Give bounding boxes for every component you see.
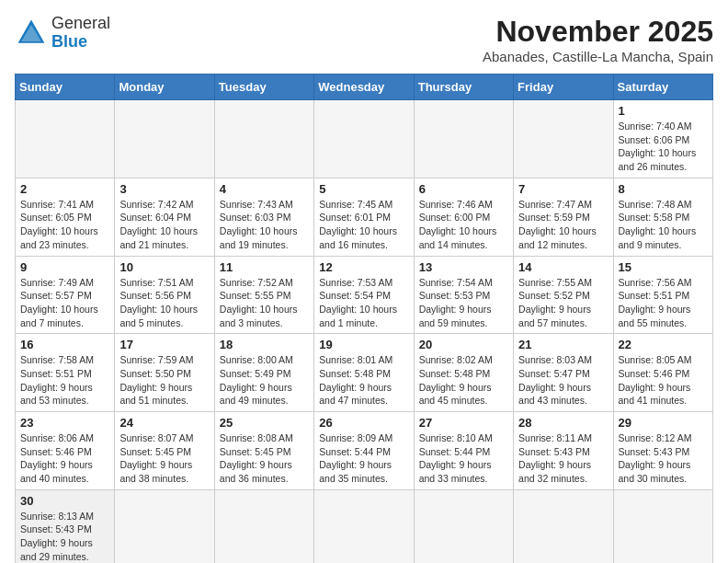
calendar-day-cell: 20Sunrise: 8:02 AMSunset: 5:48 PMDayligh… [414, 334, 513, 412]
day-info: Sunrise: 8:08 AMSunset: 5:45 PMDaylight:… [220, 431, 309, 486]
day-info: Sunrise: 8:03 AMSunset: 5:47 PMDaylight:… [518, 353, 608, 408]
day-number: 8 [619, 182, 708, 196]
calendar-day-cell: 11Sunrise: 7:52 AMSunset: 5:55 PMDayligh… [214, 256, 313, 334]
calendar-day-cell: 19Sunrise: 8:01 AMSunset: 5:48 PMDayligh… [314, 334, 414, 412]
weekday-header-row: SundayMondayTuesdayWednesdayThursdayFrid… [16, 75, 713, 100]
day-info: Sunrise: 8:11 AMSunset: 5:43 PMDaylight:… [518, 431, 608, 486]
calendar-day-cell: 15Sunrise: 7:56 AMSunset: 5:51 PMDayligh… [613, 256, 712, 334]
location-subtitle: Abanades, Castille-La Mancha, Spain [483, 49, 713, 64]
day-info: Sunrise: 7:47 AMSunset: 5:59 PMDaylight:… [518, 198, 608, 252]
calendar-table: SundayMondayTuesdayWednesdayThursdayFrid… [15, 74, 713, 563]
day-number: 9 [20, 260, 109, 274]
day-number: 1 [619, 104, 708, 118]
day-number: 20 [419, 338, 508, 351]
weekday-header-friday: Friday [514, 75, 613, 100]
weekday-header-thursday: Thursday [414, 75, 513, 100]
calendar-day-cell [115, 100, 214, 178]
day-info: Sunrise: 8:00 AMSunset: 5:49 PMDaylight:… [220, 353, 309, 408]
day-number: 14 [518, 260, 608, 274]
weekday-header-wednesday: Wednesday [314, 75, 414, 100]
day-info: Sunrise: 7:52 AMSunset: 5:55 PMDaylight:… [220, 276, 309, 330]
calendar-day-cell: 3Sunrise: 7:42 AMSunset: 6:04 PMDaylight… [115, 178, 214, 256]
page-header: General Blue November 2025 Abanades, Cas… [15, 15, 713, 64]
calendar-day-cell [115, 489, 214, 563]
weekday-header-sunday: Sunday [16, 75, 115, 100]
day-info: Sunrise: 7:55 AMSunset: 5:52 PMDaylight:… [518, 276, 608, 330]
day-info: Sunrise: 7:46 AMSunset: 6:00 PMDaylight:… [419, 198, 508, 252]
calendar-day-cell: 12Sunrise: 7:53 AMSunset: 5:54 PMDayligh… [314, 256, 414, 334]
day-info: Sunrise: 7:56 AMSunset: 5:51 PMDaylight:… [619, 276, 708, 330]
day-number: 5 [319, 182, 408, 196]
day-number: 23 [20, 416, 109, 430]
day-info: Sunrise: 7:41 AMSunset: 6:05 PMDaylight:… [20, 198, 109, 252]
calendar-day-cell: 26Sunrise: 8:09 AMSunset: 5:44 PMDayligh… [314, 412, 414, 490]
calendar-day-cell [414, 489, 513, 563]
day-number: 22 [619, 338, 708, 351]
day-info: Sunrise: 7:40 AMSunset: 6:06 PMDaylight:… [619, 120, 708, 174]
day-info: Sunrise: 8:05 AMSunset: 5:46 PMDaylight:… [619, 353, 708, 408]
logo-text: General Blue [51, 15, 110, 52]
calendar-day-cell: 9Sunrise: 7:49 AMSunset: 5:57 PMDaylight… [16, 256, 115, 334]
calendar-day-cell: 2Sunrise: 7:41 AMSunset: 6:05 PMDaylight… [16, 178, 115, 256]
day-number: 11 [220, 260, 309, 274]
calendar-day-cell [514, 489, 613, 563]
day-number: 13 [419, 260, 508, 274]
day-number: 19 [319, 338, 408, 351]
day-number: 18 [220, 338, 309, 351]
month-year-title: November 2025 [483, 15, 713, 49]
day-number: 12 [319, 260, 408, 274]
day-info: Sunrise: 7:48 AMSunset: 5:58 PMDaylight:… [619, 198, 708, 252]
calendar-week-row: 9Sunrise: 7:49 AMSunset: 5:57 PMDaylight… [16, 256, 713, 334]
calendar-day-cell [314, 489, 414, 563]
day-info: Sunrise: 7:43 AMSunset: 6:03 PMDaylight:… [220, 198, 309, 252]
day-number: 16 [20, 338, 109, 351]
day-number: 30 [20, 494, 109, 508]
day-number: 28 [518, 416, 608, 430]
calendar-day-cell [414, 100, 513, 178]
calendar-day-cell: 27Sunrise: 8:10 AMSunset: 5:44 PMDayligh… [414, 412, 513, 490]
calendar-day-cell [214, 489, 313, 563]
calendar-day-cell: 8Sunrise: 7:48 AMSunset: 5:58 PMDaylight… [613, 178, 712, 256]
calendar-day-cell: 16Sunrise: 7:58 AMSunset: 5:51 PMDayligh… [16, 334, 115, 412]
calendar-day-cell: 30Sunrise: 8:13 AMSunset: 5:43 PMDayligh… [16, 489, 115, 563]
calendar-day-cell: 22Sunrise: 8:05 AMSunset: 5:46 PMDayligh… [613, 334, 712, 412]
day-info: Sunrise: 7:53 AMSunset: 5:54 PMDaylight:… [319, 276, 408, 330]
title-section: November 2025 Abanades, Castille-La Manc… [483, 15, 713, 64]
day-number: 4 [220, 182, 309, 196]
logo: General Blue [15, 15, 110, 52]
day-number: 3 [119, 182, 209, 196]
calendar-day-cell: 10Sunrise: 7:51 AMSunset: 5:56 PMDayligh… [115, 256, 214, 334]
day-info: Sunrise: 8:09 AMSunset: 5:44 PMDaylight:… [319, 431, 408, 486]
calendar-week-row: 1Sunrise: 7:40 AMSunset: 6:06 PMDaylight… [16, 100, 713, 178]
day-number: 2 [20, 182, 109, 196]
calendar-day-cell: 28Sunrise: 8:11 AMSunset: 5:43 PMDayligh… [514, 412, 613, 490]
calendar-day-cell: 17Sunrise: 7:59 AMSunset: 5:50 PMDayligh… [115, 334, 214, 412]
calendar-day-cell: 18Sunrise: 8:00 AMSunset: 5:49 PMDayligh… [214, 334, 313, 412]
calendar-day-cell: 4Sunrise: 7:43 AMSunset: 6:03 PMDaylight… [214, 178, 313, 256]
day-info: Sunrise: 7:45 AMSunset: 6:01 PMDaylight:… [319, 198, 408, 252]
day-number: 17 [119, 338, 209, 351]
day-number: 24 [119, 416, 209, 430]
calendar-week-row: 30Sunrise: 8:13 AMSunset: 5:43 PMDayligh… [16, 489, 713, 563]
calendar-day-cell: 24Sunrise: 8:07 AMSunset: 5:45 PMDayligh… [115, 412, 214, 490]
day-number: 26 [319, 416, 408, 430]
weekday-header-saturday: Saturday [613, 75, 712, 100]
day-info: Sunrise: 8:10 AMSunset: 5:44 PMDaylight:… [419, 431, 508, 486]
day-number: 25 [220, 416, 309, 430]
day-info: Sunrise: 8:07 AMSunset: 5:45 PMDaylight:… [119, 431, 209, 486]
weekday-header-monday: Monday [115, 75, 214, 100]
calendar-day-cell [613, 489, 712, 563]
calendar-day-cell: 5Sunrise: 7:45 AMSunset: 6:01 PMDaylight… [314, 178, 414, 256]
calendar-day-cell: 6Sunrise: 7:46 AMSunset: 6:00 PMDaylight… [414, 178, 513, 256]
calendar-day-cell [514, 100, 613, 178]
calendar-day-cell [16, 100, 115, 178]
day-info: Sunrise: 7:54 AMSunset: 5:53 PMDaylight:… [419, 276, 508, 330]
calendar-day-cell [214, 100, 313, 178]
day-number: 15 [619, 260, 708, 274]
day-info: Sunrise: 7:42 AMSunset: 6:04 PMDaylight:… [119, 198, 209, 252]
day-number: 27 [419, 416, 508, 430]
calendar-day-cell: 14Sunrise: 7:55 AMSunset: 5:52 PMDayligh… [514, 256, 613, 334]
calendar-week-row: 2Sunrise: 7:41 AMSunset: 6:05 PMDaylight… [16, 178, 713, 256]
weekday-header-tuesday: Tuesday [214, 75, 313, 100]
day-number: 6 [419, 182, 508, 196]
